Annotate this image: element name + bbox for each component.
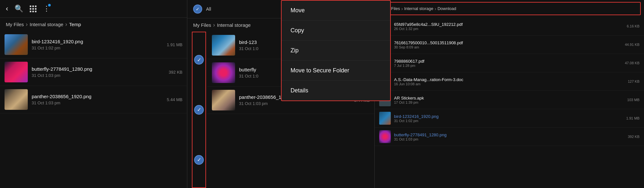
right-file-bird[interactable]: bird-1232416_1920.png 31 Oct 1:02 pm 1.9… [375, 109, 644, 128]
context-move-secure[interactable]: Move to Secure Folder [282, 61, 390, 81]
left-file-info-butterfly: butterfly-2778491_1280.png 31 Oct 1:03 p… [32, 66, 165, 78]
left-breadcrumb: My Files › Internal storage › Temp [0, 18, 187, 31]
right-date-pdf2: 30 Sep 8:09 am [394, 45, 622, 49]
mid-file-date-panther: 31 Oct 1:03 pm [239, 101, 350, 106]
more-options-icon[interactable]: ⋮ [43, 5, 50, 13]
notification-dot [48, 4, 51, 6]
right-size-pdf2: 44.91 KB [625, 43, 639, 47]
right-info-pdf3: 7988860617.pdf 7 Jul 1:28 pm [394, 59, 622, 68]
all-label: All [206, 6, 211, 12]
breadcrumb-sep-2: › [65, 21, 67, 28]
right-name-pdf2: 76166179500010...50013511908.pdf [394, 40, 622, 45]
mid-thumb-bird [212, 35, 235, 56]
right-info-apk: AR Stickers.apk 17 Oct 1:39 pm [394, 96, 624, 104]
right-date-doc: 16 Jun 10:08 am [394, 82, 625, 86]
left-file-name-bird: bird-1232416_1920.png [32, 39, 163, 44]
right-info-bird: bird-1232416_1920.png 31 Oct 1:02 pm [394, 114, 623, 123]
left-file-panel: ‹ 🔍 ⋮ My Files › Internal storage › Temp [0, 0, 187, 188]
right-breadcrumb: My Files › Internal storage › Download [378, 2, 641, 15]
right-date-butterfly: 31 Oct 1:03 pm [394, 137, 625, 141]
left-file-name-panther: panther-2038656_1920.png [32, 94, 163, 99]
left-file-name-butterfly: butterfly-2778491_1280.png [32, 66, 165, 72]
left-file-size-butterfly: 392 KB [169, 70, 182, 75]
right-name-doc: A.S.-Data-Manag...ration-Form-3.doc [394, 77, 625, 82]
left-file-size-panther: 5.44 MB [167, 97, 182, 102]
check-all-button[interactable]: ✓ [193, 5, 202, 14]
right-date-bird: 31 Oct 1:02 pm [394, 119, 623, 123]
left-file-date-panther: 31 Oct 1:03 pm [32, 100, 163, 105]
breadcrumb-temp[interactable]: Temp [69, 22, 81, 27]
right-file-apk[interactable]: APK AR Stickers.apk 17 Oct 1:39 pm 103 M… [375, 91, 644, 109]
right-info-doc: A.S.-Data-Manag...ration-Form-3.doc 16 J… [394, 77, 625, 86]
left-file-item-panther[interactable]: panther-2038656_1920.png 31 Oct 1:03 pm … [0, 86, 187, 113]
search-icon[interactable]: 🔍 [15, 5, 23, 13]
breadcrumb-sep-1: › [26, 21, 28, 28]
context-zip[interactable]: Zip [282, 41, 390, 61]
left-header-controls: ‹ 🔍 ⋮ [6, 5, 50, 13]
left-header: ‹ 🔍 ⋮ [0, 0, 187, 18]
selection-info: ✓ All [193, 5, 211, 14]
img-icon-bird [379, 112, 391, 125]
right-name-pdf1: 65fd97a95e8c4a2...S9U_192212.pdf [394, 22, 624, 27]
img-icon-butterfly [379, 130, 391, 143]
checkbox-column: ✓ ✓ ✓ [192, 32, 206, 188]
right-name-butterfly: butterfly-2778491_1280.png [394, 132, 625, 137]
right-size-pdf3: 47.08 KB [625, 61, 639, 65]
right-info-pdf2: 76166179500010...50013511908.pdf 30 Sep … [394, 40, 622, 49]
middle-file-panel: ✓ All 3 My Files › Internal storage ✓ ✓ … [187, 0, 375, 188]
left-file-date-butterfly: 31 Oct 1:03 pm [32, 73, 165, 78]
context-move[interactable]: Move [282, 1, 390, 21]
back-button[interactable]: ‹ [6, 5, 8, 13]
right-size-butterfly: 392 KB [628, 135, 639, 139]
check-panther[interactable]: ✓ [194, 155, 204, 165]
right-size-apk: 103 MB [627, 98, 639, 102]
context-details[interactable]: Details [282, 81, 390, 100]
left-file-list: bird-1232416_1920.png 31 Oct 1:02 pm 1.9… [0, 31, 187, 188]
right-file-panel: My Files › Internal storage › Download P… [375, 0, 644, 188]
right-breadcrumb-internal[interactable]: Internal storage [404, 6, 433, 11]
left-file-info-panther: panther-2038656_1920.png 31 Oct 1:03 pm [32, 94, 163, 105]
context-copy[interactable]: Copy [282, 21, 390, 41]
right-file-doc[interactable]: W A.S.-Data-Manag...ration-Form-3.doc 16… [375, 72, 644, 91]
right-file-pdf2[interactable]: PDF 76166179500010...50013511908.pdf 30 … [375, 36, 644, 54]
mid-breadcrumb-sep: › [213, 22, 215, 28]
right-file-pdf1[interactable]: PDF 65fd97a95e8c4a2...S9U_192212.pdf 26 … [375, 17, 644, 36]
right-size-pdf1: 6.16 KB [627, 24, 639, 28]
right-size-doc: 127 KB [628, 79, 639, 83]
mid-breadcrumb-internal[interactable]: Internal storage [217, 22, 251, 28]
check-butterfly[interactable]: ✓ [194, 105, 204, 115]
left-thumb-bird [5, 34, 28, 55]
mid-thumb-panther [212, 90, 235, 110]
right-info-butterfly: butterfly-2778491_1280.png 31 Oct 1:03 p… [394, 132, 625, 141]
grid-view-icon[interactable] [30, 5, 36, 12]
left-file-size-bird: 1.91 MB [167, 42, 182, 47]
right-breadcrumb-download[interactable]: Download [438, 6, 456, 11]
left-file-item-butterfly[interactable]: butterfly-2778491_1280.png 31 Oct 1:03 p… [0, 58, 187, 86]
breadcrumb-internal[interactable]: Internal storage [30, 22, 63, 27]
right-file-pdf3[interactable]: PDF 7988860617.pdf 7 Jul 1:28 pm 47.08 K… [375, 54, 644, 72]
right-name-pdf3: 7988860617.pdf [394, 59, 622, 64]
breadcrumb-myfiles[interactable]: My Files [6, 22, 24, 27]
left-file-item-bird[interactable]: bird-1232416_1920.png 31 Oct 1:02 pm 1.9… [0, 31, 187, 58]
right-file-list: PDF 65fd97a95e8c4a2...S9U_192212.pdf 26 … [375, 17, 644, 188]
left-file-date-bird: 31 Oct 1:02 pm [32, 46, 163, 50]
mid-thumb-butterfly [212, 62, 235, 83]
right-info-pdf1: 65fd97a95e8c4a2...S9U_192212.pdf 26 Oct … [394, 22, 624, 31]
left-thumb-butterfly [5, 62, 28, 82]
right-size-bird: 1.91 MB [626, 116, 639, 120]
right-name-apk: AR Stickers.apk [394, 96, 624, 100]
context-menu: Move Copy Zip Move to Secure Folder Deta… [281, 0, 391, 101]
left-file-info-bird: bird-1232416_1920.png 31 Oct 1:02 pm [32, 39, 163, 50]
right-breadcrumb-sep2: › [435, 6, 436, 11]
right-file-butterfly[interactable]: butterfly-2778491_1280.png 31 Oct 1:03 p… [375, 128, 644, 146]
mid-breadcrumb-myfiles[interactable]: My Files [193, 22, 211, 28]
right-date-pdf3: 7 Jul 1:28 pm [394, 64, 622, 68]
right-date-apk: 17 Oct 1:39 pm [394, 100, 624, 104]
right-breadcrumb-sep1: › [401, 6, 403, 11]
right-name-bird: bird-1232416_1920.png [394, 114, 623, 119]
right-date-pdf1: 26 Oct 1:32 pm [394, 27, 624, 31]
check-bird[interactable]: ✓ [194, 55, 204, 65]
left-thumb-panther [5, 89, 28, 110]
